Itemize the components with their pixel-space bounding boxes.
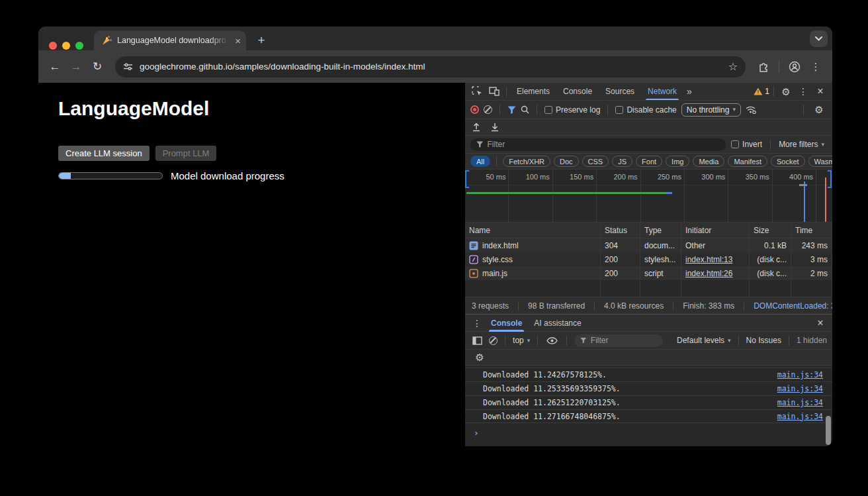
disable-cache-checkbox[interactable]: Disable cache	[615, 105, 676, 115]
col-status[interactable]: Status	[601, 223, 640, 238]
live-expression-eye-icon[interactable]	[545, 333, 559, 348]
source-link[interactable]: main.js:34	[777, 398, 823, 407]
invert-filter-checkbox[interactable]: Invert	[731, 140, 762, 149]
network-overview-timeline[interactable]: 50 ms 100 ms 150 ms 200 ms 250 ms 300 ms…	[465, 170, 832, 223]
table-row[interactable]: main.js 200 script index.html:26 (disk c…	[465, 266, 832, 280]
chip-wasm[interactable]: Wasm	[808, 156, 832, 167]
console-message[interactable]: Downloaded 11.24267578125%. main.js:34	[465, 368, 832, 381]
chip-all[interactable]: All	[470, 156, 490, 167]
network-filter-funnel-icon[interactable]	[507, 106, 516, 114]
chevron-down-icon	[815, 36, 822, 41]
console-scrollbar-thumb[interactable]	[826, 416, 831, 445]
chip-media[interactable]: Media	[693, 156, 724, 167]
chip-doc[interactable]: Doc	[554, 156, 579, 167]
tab-sources[interactable]: Sources	[599, 83, 640, 100]
timeline-right-handle[interactable]	[828, 170, 832, 188]
extensions-puzzle-icon[interactable]	[755, 58, 772, 75]
console-message[interactable]: Downloaded 11.25335693359375%. main.js:3…	[465, 381, 832, 395]
requests-table: Name Status Type Initiator Size Time ind…	[465, 223, 832, 297]
resource-type-chips: All Fetch/XHR Doc CSS JS Font Img Media …	[465, 154, 832, 170]
minimize-window-button[interactable]	[62, 42, 70, 50]
create-llm-session-button[interactable]: Create LLM session	[58, 146, 150, 161]
chip-font[interactable]: Font	[636, 156, 662, 167]
devtools-tabbar: Elements Console Sources Network » ! 1 ⚙…	[465, 83, 832, 101]
warnings-badge[interactable]: ! 1	[754, 87, 769, 96]
preserve-log-checkbox[interactable]: Preserve log	[544, 105, 600, 115]
url-text[interactable]: googlechrome.github.io/samples/downloadi…	[140, 62, 722, 72]
device-toolbar-icon[interactable]	[486, 84, 502, 99]
console-message[interactable]: Downloaded 11.27166748046875%. main.js:3…	[465, 409, 832, 423]
clear-console-button[interactable]	[489, 336, 498, 345]
new-tab-button[interactable]: +	[253, 31, 270, 48]
console-message[interactable]: Downloaded 11.26251220703125%. main.js:3…	[465, 395, 832, 409]
col-size[interactable]: Size	[750, 223, 791, 238]
reload-button[interactable]: ↻	[89, 58, 106, 75]
network-settings-gear-icon[interactable]: ⚙	[811, 103, 827, 117]
close-window-button[interactable]	[49, 42, 57, 50]
network-search-icon[interactable]	[521, 105, 529, 114]
console-sidebar-toggle-icon[interactable]	[470, 333, 484, 348]
initiator-link[interactable]: index.html:26	[685, 269, 732, 278]
drawer-menu-kebab-icon[interactable]: ⋮	[469, 316, 485, 330]
source-link[interactable]: main.js:34	[777, 384, 823, 393]
tab-close-icon[interactable]: ×	[235, 36, 241, 46]
inspect-element-icon[interactable]	[469, 84, 485, 99]
prompt-llm-button: Prompt LLM	[155, 146, 217, 161]
chip-js[interactable]: JS	[612, 156, 632, 167]
drawer-close-icon[interactable]: ×	[812, 316, 828, 330]
no-issues-label[interactable]: No Issues	[746, 336, 781, 345]
timeline-activity-bar-end	[667, 192, 672, 194]
profile-avatar-icon[interactable]	[786, 58, 803, 75]
chip-fetch-xhr[interactable]: Fetch/XHR	[503, 156, 550, 167]
col-name[interactable]: Name	[465, 223, 601, 238]
bookmark-star-icon[interactable]: ☆	[728, 62, 738, 72]
table-row[interactable]: style.css 200 stylesh... index.html:13 (…	[465, 252, 832, 266]
table-filler	[465, 280, 832, 297]
source-link[interactable]: main.js:34	[777, 412, 823, 421]
tab-network[interactable]: Network	[642, 83, 683, 100]
table-row[interactable]: index.html 304 docum... Other 0.1 kB 243…	[465, 238, 832, 252]
devtools-settings-gear-icon[interactable]: ⚙	[778, 84, 794, 99]
import-har-upload-icon[interactable]	[472, 123, 481, 132]
console-prompt[interactable]: ›	[465, 423, 832, 438]
warning-triangle-icon: !	[754, 88, 762, 95]
fullscreen-window-button[interactable]	[75, 42, 83, 50]
tab-console[interactable]: Console	[557, 83, 598, 100]
back-button[interactable]: ←	[46, 58, 64, 75]
page-title: LanguageModel	[58, 97, 209, 120]
address-bar[interactable]: googlechrome.github.io/samples/downloadi…	[115, 56, 746, 77]
col-type[interactable]: Type	[640, 223, 681, 238]
initiator-link[interactable]: index.html:13	[685, 255, 732, 264]
clear-network-log-button[interactable]	[484, 105, 492, 114]
hidden-messages-count[interactable]: 1 hidden	[797, 336, 827, 345]
log-levels-dropdown[interactable]: Default levels ▾	[677, 336, 731, 345]
more-filters-dropdown[interactable]: More filters ▾	[779, 140, 827, 149]
chip-manifest[interactable]: Manifest	[728, 156, 767, 167]
chip-css[interactable]: CSS	[582, 156, 609, 167]
chip-socket[interactable]: Socket	[771, 156, 805, 167]
source-link[interactable]: main.js:34	[777, 370, 823, 379]
tab-elements[interactable]: Elements	[511, 83, 556, 100]
devtools-close-icon[interactable]: ×	[812, 84, 828, 99]
drawer-tab-console[interactable]: Console	[485, 315, 528, 332]
throttling-dropdown[interactable]: No throttling ▾	[681, 103, 741, 117]
timeline-left-handle[interactable]	[465, 170, 469, 188]
browser-tab[interactable]: LanguageModel downloadpro ×	[94, 30, 246, 50]
tab-search-button[interactable]	[810, 30, 828, 47]
devtools-menu-kebab-icon[interactable]: ⋮	[795, 84, 811, 99]
drawer-tab-ai-assistance[interactable]: AI assistance	[528, 315, 587, 332]
console-settings-row: ⚙	[465, 350, 832, 366]
console-filter-input[interactable]	[574, 334, 663, 347]
network-conditions-wifi-icon[interactable]	[746, 105, 757, 114]
chip-img[interactable]: Img	[666, 156, 689, 167]
network-filter-input[interactable]	[470, 138, 726, 151]
more-tabs-icon[interactable]: »	[684, 87, 695, 96]
export-har-download-icon[interactable]	[490, 123, 499, 132]
console-settings-gear-icon[interactable]: ⚙	[472, 350, 488, 365]
console-context-dropdown[interactable]: top ▾	[513, 336, 530, 345]
record-network-log-button[interactable]	[470, 105, 479, 114]
site-settings-icon[interactable]	[123, 62, 133, 71]
col-initiator[interactable]: Initiator	[681, 223, 750, 238]
browser-menu-kebab-icon[interactable]: ⋮	[807, 58, 824, 75]
col-time[interactable]: Time	[791, 223, 832, 238]
